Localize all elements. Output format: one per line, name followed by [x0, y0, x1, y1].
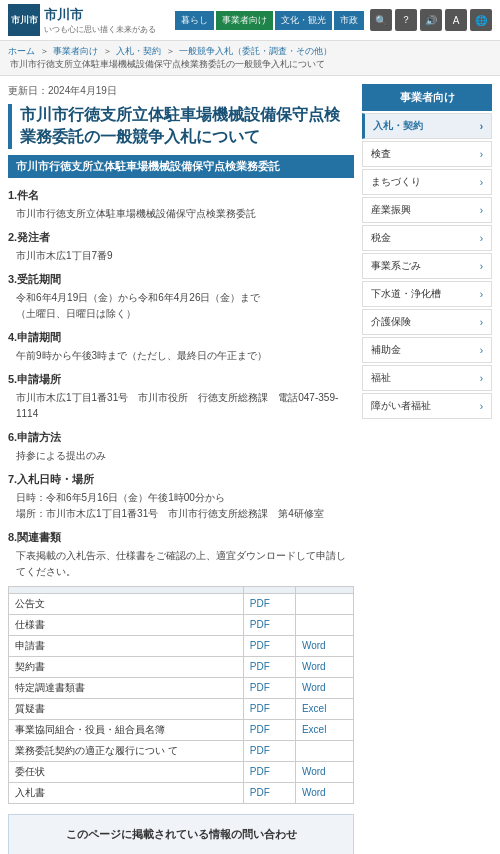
sidebar-item-補助金[interactable]: 補助金›	[362, 337, 492, 363]
word-excel-link[interactable]: Word	[302, 787, 326, 798]
section-3-content: 令和6年4月19日（金）から令和6年4月26日（金）まで（土曜日、日曜日は除く）	[8, 290, 354, 322]
sidebar-item-label: 産業振興	[371, 203, 411, 217]
sidebar-item-検査[interactable]: 検査›	[362, 141, 492, 167]
table-cell-name: 業務委託契約の適正な履行につい て	[9, 740, 244, 761]
nav-bunka[interactable]: 文化・観光	[275, 11, 332, 30]
sidebar-item-label: 福祉	[371, 371, 391, 385]
sidebar-item-下水道・浄化槽[interactable]: 下水道・浄化槽›	[362, 281, 492, 307]
help-icon[interactable]: ？	[395, 9, 417, 31]
chevron-right-icon: ›	[480, 149, 483, 160]
table-row: 特定調達書類書PDFWord	[9, 677, 354, 698]
pdf-link[interactable]: PDF	[250, 703, 270, 714]
sidebar-item-産業振興[interactable]: 産業振興›	[362, 197, 492, 223]
word-excel-link[interactable]: Excel	[302, 724, 326, 735]
sidebar-item-福祉[interactable]: 福祉›	[362, 365, 492, 391]
breadcrumb-jigyousha[interactable]: 事業者向け	[53, 46, 98, 56]
table-cell-other: Word	[295, 761, 353, 782]
table-cell-name: 質疑書	[9, 698, 244, 719]
section-2-content: 市川市木広1丁目7番9	[8, 248, 354, 264]
word-excel-link[interactable]: Word	[302, 640, 326, 651]
sidebar-item-まちづくり[interactable]: まちづくり›	[362, 169, 492, 195]
pdf-link[interactable]: PDF	[250, 619, 270, 630]
chevron-right-icon: ›	[480, 317, 483, 328]
pdf-link[interactable]: PDF	[250, 682, 270, 693]
section-8: 8.関連書類 下表掲載の入札告示、仕様書をご確認の上、適宜ダウンロードして申請し…	[8, 530, 354, 804]
table-cell-pdf: PDF	[243, 719, 295, 740]
city-name: 市川市	[44, 6, 156, 24]
breadcrumb-home[interactable]: ホーム	[8, 46, 35, 56]
chevron-right-icon: ›	[480, 261, 483, 272]
pdf-link[interactable]: PDF	[250, 598, 270, 609]
table-cell-name: 申請書	[9, 635, 244, 656]
breadcrumb: ホーム ＞ 事業者向け ＞ 入札・契約 ＞ 一般競争入札（委託・調査・その他） …	[0, 41, 500, 76]
sidebar-item-税金[interactable]: 税金›	[362, 225, 492, 251]
table-cell-pdf: PDF	[243, 740, 295, 761]
sidebar-header: 事業者向け	[362, 84, 492, 111]
doc-table: 公告文PDF仕様書PDF申請書PDFWord契約書PDFWord特定調達書類書P…	[8, 586, 354, 804]
sidebar-item-label: 介護保険	[371, 315, 411, 329]
pdf-link[interactable]: PDF	[250, 766, 270, 777]
sidebar-item-label: まちづくり	[371, 175, 421, 189]
nav-kurashi[interactable]: 暮らし	[175, 11, 214, 30]
chevron-right-icon: ›	[480, 401, 483, 412]
breadcrumb-nyusatsu[interactable]: 入札・契約	[116, 46, 161, 56]
pdf-link[interactable]: PDF	[250, 661, 270, 672]
search-icon[interactable]: 🔍	[370, 9, 392, 31]
pdf-link[interactable]: PDF	[250, 745, 270, 756]
logo-area: 市川市 市川市 いつも心に思い描く未来がある	[8, 4, 156, 36]
section-4: 4.申請期間 午前9時から午後3時まで（ただし、最終日の午正まで）	[8, 330, 354, 364]
table-cell-other	[295, 614, 353, 635]
table-cell-name: 仕様書	[9, 614, 244, 635]
section-5-content: 市川市木広1丁目1番31号 市川市役所 行徳支所総務課 電話047-359-11…	[8, 390, 354, 422]
word-excel-link[interactable]: Word	[302, 766, 326, 777]
section-4-content: 午前9時から午後3時まで（ただし、最終日の午正まで）	[8, 348, 354, 364]
table-row: 契約書PDFWord	[9, 656, 354, 677]
table-row: 事業協同組合・役員・組合員名簿PDFExcel	[9, 719, 354, 740]
chevron-right-icon: ›	[480, 177, 483, 188]
table-cell-pdf: PDF	[243, 782, 295, 803]
pdf-link[interactable]: PDF	[250, 724, 270, 735]
font-icon[interactable]: A	[445, 9, 467, 31]
sidebar-item-label: 入札・契約	[373, 119, 423, 133]
table-cell-pdf: PDF	[243, 656, 295, 677]
section-5: 5.申請場所 市川市木広1丁目1番31号 市川市役所 行徳支所総務課 電話047…	[8, 372, 354, 422]
sidebar-item-事業系ごみ[interactable]: 事業系ごみ›	[362, 253, 492, 279]
table-cell-name: 特定調達書類書	[9, 677, 244, 698]
table-cell-other	[295, 740, 353, 761]
word-excel-link[interactable]: Word	[302, 661, 326, 672]
table-cell-other	[295, 593, 353, 614]
table-cell-other: Word	[295, 656, 353, 677]
table-cell-other: Word	[295, 635, 353, 656]
section-2: 2.発注者 市川市木広1丁目7番9	[8, 230, 354, 264]
breadcrumb-ippan[interactable]: 一般競争入札（委託・調査・その他）	[179, 46, 332, 56]
table-cell-other: Excel	[295, 698, 353, 719]
table-row: 業務委託契約の適正な履行につい てPDF	[9, 740, 354, 761]
pdf-link[interactable]: PDF	[250, 787, 270, 798]
sidebar-item-障がい者福祉[interactable]: 障がい者福祉›	[362, 393, 492, 419]
sound-icon[interactable]: 🔊	[420, 9, 442, 31]
lang-icon[interactable]: 🌐	[470, 9, 492, 31]
chevron-right-icon: ›	[480, 373, 483, 384]
sidebar-item-label: 検査	[371, 147, 391, 161]
sidebar-item-介護保険[interactable]: 介護保険›	[362, 309, 492, 335]
pdf-link[interactable]: PDF	[250, 640, 270, 651]
sidebar-item-label: 事業系ごみ	[371, 259, 421, 273]
table-row: 委任状PDFWord	[9, 761, 354, 782]
nav-jigyousha[interactable]: 事業者向け	[216, 11, 273, 30]
sidebar: 事業者向け 入札・契約›検査›まちづくり›産業振興›税金›事業系ごみ›下水道・浄…	[362, 84, 492, 854]
city-slogan: いつも心に思い描く未来がある	[44, 24, 156, 35]
word-excel-link[interactable]: Excel	[302, 703, 326, 714]
chevron-right-icon: ›	[480, 121, 483, 132]
nav-shisei[interactable]: 市政	[334, 11, 364, 30]
sidebar-item-入札・契約[interactable]: 入札・契約›	[362, 113, 492, 139]
table-cell-other: Word	[295, 677, 353, 698]
table-row: 質疑書PDFExcel	[9, 698, 354, 719]
section-8-title: 8.関連書類	[8, 530, 354, 545]
section-7: 7.入札日時・場所 日時：令和6年5月16日（金）午後1時00分から場所：市川市…	[8, 472, 354, 522]
table-cell-name: 入札書	[9, 782, 244, 803]
section-2-title: 2.発注者	[8, 230, 354, 245]
word-excel-link[interactable]: Word	[302, 682, 326, 693]
table-row: 公告文PDF	[9, 593, 354, 614]
chevron-right-icon: ›	[480, 233, 483, 244]
table-cell-pdf: PDF	[243, 761, 295, 782]
